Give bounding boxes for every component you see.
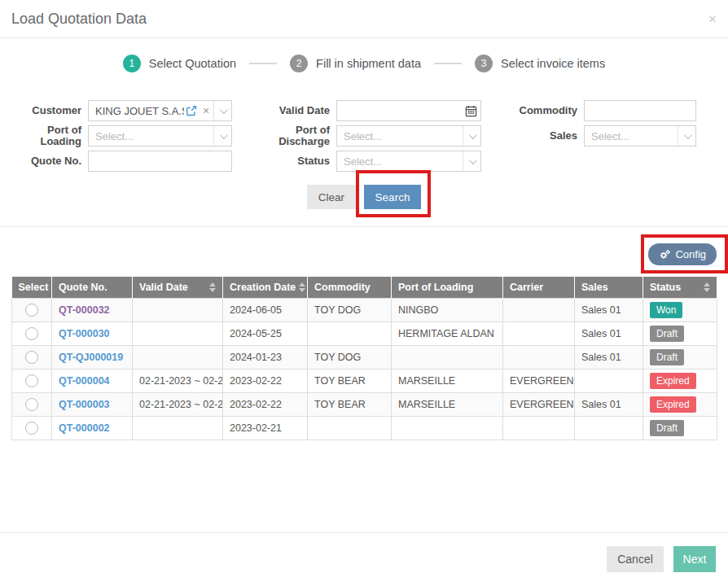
port-of-loading-placeholder: Select... (89, 130, 134, 142)
quote-link[interactable]: QT-000003 (59, 399, 110, 410)
port-of-loading-cell: MARSEILLE (392, 393, 503, 417)
sales-select[interactable]: Select... (584, 125, 696, 146)
port-of-loading-cell (392, 417, 503, 440)
open-customer-icon[interactable] (184, 101, 199, 120)
col-header-sales: Sales (575, 277, 643, 299)
port-of-loading-select[interactable]: Select... (88, 125, 232, 146)
status-cell: Expired (643, 370, 717, 393)
commodity-cell: TOY BEAR (308, 393, 392, 417)
valid-date-cell: 02-21-2023 ~ 02-2... (133, 393, 223, 417)
port-of-loading-row: Port of Loading Select... (11, 125, 232, 146)
config-button[interactable]: Config (648, 243, 717, 265)
step-3-circle: 3 (475, 55, 493, 72)
row-radio[interactable] (25, 327, 38, 340)
step-2-circle: 2 (290, 55, 308, 72)
calendar-icon[interactable] (463, 101, 480, 120)
commodity-cell: TOY DOG (308, 299, 392, 322)
status-row: Status Select... (266, 151, 481, 172)
clear-customer-icon[interactable]: × (199, 101, 213, 120)
status-cell: Won (643, 299, 717, 322)
cancel-button[interactable]: Cancel (607, 546, 664, 572)
select-cell (12, 417, 52, 440)
valid-date-input[interactable] (337, 101, 463, 120)
port-of-loading-cell: NINGBO (392, 299, 503, 322)
status-select[interactable]: Select... (336, 151, 481, 172)
commodity-input[interactable] (585, 101, 695, 120)
port-of-discharge-placeholder: Select... (337, 130, 382, 142)
step-select-quotation: 1 Select Quotation (123, 55, 236, 72)
chevron-down-icon (678, 126, 695, 146)
search-filter-form: Customer KING JOUET S.A.S × Port of (0, 100, 728, 172)
status-badge: Draft (650, 349, 684, 365)
chevron-down-icon (463, 126, 480, 146)
step-1-label: Select Quotation (149, 57, 236, 70)
quote-no-input[interactable] (89, 151, 231, 171)
table-header-row: Select Quote No. Valid Date Creation Dat… (12, 277, 717, 299)
step-2-label: Fill in shipment data (316, 57, 421, 70)
quote-no-cell: QT-000030 (52, 322, 133, 346)
table-row: QT-000002 2023-02-21 Draft (12, 417, 717, 440)
status-badge: Expired (650, 373, 696, 389)
sort-icon[interactable] (704, 282, 710, 292)
quote-link[interactable]: QT-000002 (59, 422, 110, 434)
filter-actions: Clear Search (0, 185, 728, 209)
filter-column-1: Customer KING JOUET S.A.S × Port of (11, 100, 232, 172)
row-radio[interactable] (25, 351, 38, 364)
valid-date-cell (133, 322, 223, 346)
commodity-cell: TOY DOG (308, 346, 392, 370)
row-radio[interactable] (25, 374, 38, 387)
quote-link[interactable]: QT-000004 (59, 375, 110, 387)
sales-cell (575, 370, 643, 393)
row-radio[interactable] (25, 422, 38, 435)
commodity-row: Commodity (515, 100, 696, 121)
status-cell: Draft (643, 322, 717, 346)
status-cell: Draft (643, 417, 717, 440)
customer-label: Customer (11, 105, 81, 116)
quote-link[interactable]: QT-QJ000019 (59, 352, 123, 363)
customer-chevron-down-icon[interactable] (213, 101, 231, 120)
creation-date-cell: 2024-01-23 (223, 346, 308, 370)
quote-no-cell: QT-000032 (52, 299, 133, 322)
step-3-label: Select invoice items (501, 57, 605, 70)
row-radio[interactable] (25, 398, 38, 411)
next-button[interactable]: Next (673, 546, 716, 572)
search-button[interactable]: Search (364, 185, 421, 209)
row-radio[interactable] (25, 304, 38, 317)
quote-link[interactable]: QT-000032 (59, 304, 110, 316)
step-fill-shipment-data: 2 Fill in shipment data (290, 55, 421, 72)
close-icon[interactable]: × (708, 12, 717, 26)
col-header-status[interactable]: Status (643, 277, 717, 299)
port-of-discharge-label: Port of Discharge (266, 125, 330, 148)
step-connector (249, 63, 277, 64)
clear-button[interactable]: Clear (307, 185, 356, 209)
sales-cell: Sales 01 (575, 299, 643, 322)
sort-icon[interactable] (299, 282, 305, 292)
port-of-discharge-select[interactable]: Select... (336, 125, 481, 146)
status-badge: Draft (650, 326, 684, 342)
sales-cell: Sales 01 (575, 346, 643, 370)
col-header-select: Select (12, 277, 52, 299)
creation-date-cell: 2023-02-21 (223, 417, 308, 440)
results-grid: Select Quote No. Valid Date Creation Dat… (11, 277, 717, 440)
carrier-cell (503, 322, 575, 346)
valid-date-cell (133, 417, 223, 440)
sales-cell: Sales 01 (575, 393, 643, 417)
sales-row: Sales Select... (515, 125, 696, 146)
customer-combobox[interactable]: KING JOUET S.A.S × (88, 100, 232, 121)
load-quotation-modal: Load Quotation Data × 1 Select Quotation… (0, 0, 728, 586)
creation-date-cell: 2024-06-05 (223, 299, 308, 322)
chevron-down-icon (463, 151, 480, 171)
commodity-cell (308, 322, 392, 346)
status-badge: Won (650, 302, 682, 318)
col-header-creation-date[interactable]: Creation Date (223, 277, 308, 299)
col-header-quote-no: Quote No. (52, 277, 133, 299)
valid-date-label: Valid Date (266, 105, 330, 116)
sort-icon[interactable] (209, 282, 216, 292)
col-header-valid-date[interactable]: Valid Date (133, 277, 223, 299)
quote-no-field-wrap (88, 151, 232, 172)
status-label: Status (266, 155, 330, 167)
quote-no-cell: QT-000002 (52, 417, 133, 440)
commodity-label: Commodity (515, 105, 577, 116)
filter-column-2: Valid Date Port of Discharge (266, 100, 481, 172)
quote-link[interactable]: QT-000030 (59, 328, 110, 339)
